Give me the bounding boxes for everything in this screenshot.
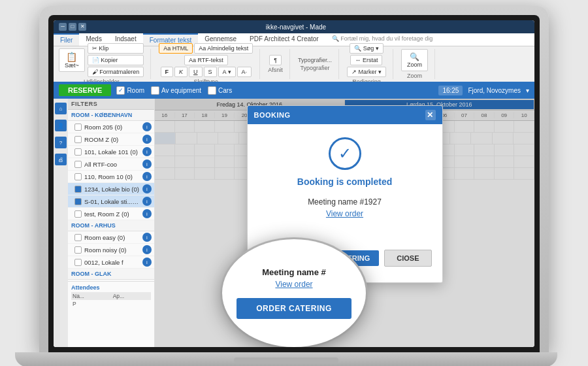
marker-btn[interactable]: ↗ Marker ▾ <box>347 67 386 77</box>
font-html-btn[interactable]: Aa HTML <box>159 43 193 54</box>
reserve-button[interactable]: RESERVE <box>59 84 111 96</box>
toolbar-user: Fjord, Novozymes <box>468 87 521 94</box>
afsnit-btn[interactable]: ¶ <box>269 55 282 65</box>
font-size-btn[interactable]: A ▾ <box>218 67 236 77</box>
cars-chk-box[interactable] <box>208 86 216 95</box>
list-item[interactable]: All RTF-coo i <box>68 158 154 171</box>
left-panel-inner: ⌂ 👤 ? 🖨 FILTERS ROOM - KØBENHAVN <box>54 99 154 347</box>
laptop-base <box>15 352 557 366</box>
item-info-icon[interactable]: i <box>142 184 152 193</box>
find-btn[interactable]: 🔍 Søg ▾ <box>350 43 384 54</box>
modal-close-x-button[interactable]: ✕ <box>425 110 436 120</box>
close-button[interactable]: ClOSE <box>384 250 431 267</box>
item-checkbox[interactable] <box>74 173 82 180</box>
av-checkbox[interactable]: Av equipment <box>151 86 201 95</box>
item-info-icon[interactable]: i <box>142 172 152 181</box>
home-icon[interactable]: ⌂ <box>55 103 67 114</box>
item-info-icon[interactable]: i <box>142 258 152 267</box>
erstat-btn[interactable]: ↔ Erstat <box>350 55 382 65</box>
item-info-icon[interactable]: i <box>142 197 152 206</box>
zoom-btn[interactable]: 🔍 Zoom <box>401 49 428 71</box>
item-info-icon[interactable]: i <box>142 135 152 144</box>
list-item[interactable]: Room 205 (0) i <box>68 121 154 133</box>
list-item[interactable]: test, Room Z (0) i <box>68 208 154 220</box>
klip-btn[interactable]: ✂ Klip <box>88 43 144 54</box>
item-checkbox[interactable] <box>74 234 82 241</box>
ribbon-group-afsnit: ¶ Afsnit <box>268 49 290 79</box>
item-checkbox[interactable] <box>74 124 82 131</box>
print-icon[interactable]: 🖨 <box>55 154 67 165</box>
italic-btn[interactable]: K <box>174 67 188 77</box>
item-info-icon[interactable]: i <box>142 147 152 156</box>
ribbon-group-typografi: Typografier... Typografier <box>298 49 339 79</box>
font-rtf-btn[interactable]: Aa RTF-tekst <box>184 55 228 65</box>
item-info-icon[interactable]: i <box>142 122 152 131</box>
minimize-btn[interactable]: ─ <box>59 23 67 31</box>
list-item[interactable]: 101, Lokale 101 (0) i <box>68 146 154 158</box>
item-checkbox[interactable] <box>74 198 82 205</box>
magnified-view-order[interactable]: View order <box>237 280 351 289</box>
maximize-btn[interactable]: □ <box>69 23 76 31</box>
list-item[interactable]: 0012, Lokale f i <box>68 256 154 269</box>
item-name: test, Room Z (0) <box>84 210 140 218</box>
toolbar-right: 16:25 Fjord, Novozymes ▾ <box>438 86 529 95</box>
item-checkbox[interactable] <box>74 136 82 143</box>
room-label: Room <box>127 87 144 94</box>
ribbon-group-font: Aa HTML Aa Almindelig tekst Aa RTF-tekst… <box>159 49 260 79</box>
ribbon-group-find: 🔍 Søg ▾ ↔ Erstat ↗ Marker ▾ Redigering <box>347 49 393 79</box>
item-checkbox[interactable] <box>74 148 82 156</box>
item-name: ROOM Z (0) <box>84 136 140 143</box>
font-color-btn[interactable]: A· <box>237 67 252 77</box>
filter-checkboxes: Room Av equipment Cars <box>116 86 232 95</box>
list-item[interactable]: 110, Room 10 (0) i <box>68 171 154 183</box>
magnified-content: Meeting name # View order ORDER CATERING <box>237 267 351 319</box>
booking-meeting-name-1: Meeting name #1927 <box>258 197 432 207</box>
item-name: 101, Lokale 101 (0) <box>84 148 140 156</box>
view-order-link-1[interactable]: View order <box>258 209 432 218</box>
laptop-screen: ─ □ ✕ ikke-navgivet - Made Filer Meds In… <box>54 20 534 347</box>
user-dropdown[interactable]: ▾ <box>526 87 529 94</box>
help-icon[interactable]: ? <box>55 137 67 148</box>
strikethrough-btn[interactable]: S <box>204 67 217 77</box>
zoom-label: Zoom <box>407 73 422 79</box>
left-panel: ⌂ 👤 ? 🖨 FILTERS ROOM - KØBENHAVN <box>54 99 155 347</box>
font-almindlig-btn[interactable]: Aa Almindelig tekst <box>194 43 253 54</box>
list-item[interactable]: Room easy (0) i <box>68 231 154 244</box>
bold-btn[interactable]: F <box>161 67 174 77</box>
kopier-btn[interactable]: 📄 Kopier <box>88 55 144 65</box>
room-checkbox[interactable]: Room <box>116 86 144 95</box>
item-checkbox[interactable] <box>74 161 82 168</box>
list-item[interactable]: 1234, Lokale bio (0) i <box>68 183 154 195</box>
set-button[interactable]: 📋 Sæt~ <box>59 48 85 72</box>
item-checkbox[interactable] <box>74 259 82 266</box>
magnified-order-catering-btn[interactable]: ORDER CATERING <box>237 298 351 319</box>
formatmaleren-btn[interactable]: 🖌 Formatmaleren <box>88 67 144 77</box>
list-item[interactable]: ROOM Z (0) i <box>68 133 154 146</box>
tab-pdf[interactable]: PDF Architect 4 Creator <box>243 33 325 46</box>
item-name: Room 205 (0) <box>84 124 140 131</box>
item-info-icon[interactable]: i <box>142 233 152 242</box>
typografi-label: Typografier <box>300 65 329 71</box>
underline-btn[interactable]: U <box>189 67 203 77</box>
ribbon-content: 📋 Sæt~ ✂ Klip 📄 Kopier 🖌 Formatmaleren U… <box>54 46 534 82</box>
list-item[interactable]: S-01, Lokale sti... (0) i <box>68 195 154 208</box>
room-chk-box[interactable] <box>116 86 125 95</box>
booking-completed-text: Booking is completed <box>258 176 432 187</box>
toolbar-time: 16:25 <box>438 86 463 95</box>
item-checkbox[interactable] <box>74 210 82 218</box>
close-window-btn[interactable]: ✕ <box>78 23 86 31</box>
afsnit-label: Afsnit <box>268 67 283 73</box>
magnified-circle: Meeting name # View order ORDER CATERING <box>222 239 366 347</box>
av-chk-box[interactable] <box>151 86 159 95</box>
item-checkbox[interactable] <box>74 246 82 254</box>
cars-label: Cars <box>218 87 232 94</box>
section-koebenhavn: ROOM - KØBENHAVN <box>68 110 154 121</box>
cars-checkbox[interactable]: Cars <box>208 86 232 95</box>
item-checkbox[interactable] <box>74 186 82 193</box>
item-info-icon[interactable]: i <box>142 159 152 169</box>
list-item[interactable]: Room noisy (0) i <box>68 244 154 256</box>
user-icon[interactable]: 👤 <box>55 120 67 131</box>
item-info-icon[interactable]: i <box>142 209 152 218</box>
item-info-icon[interactable]: i <box>142 245 152 254</box>
item-name: S-01, Lokale sti... (0) <box>84 198 140 205</box>
